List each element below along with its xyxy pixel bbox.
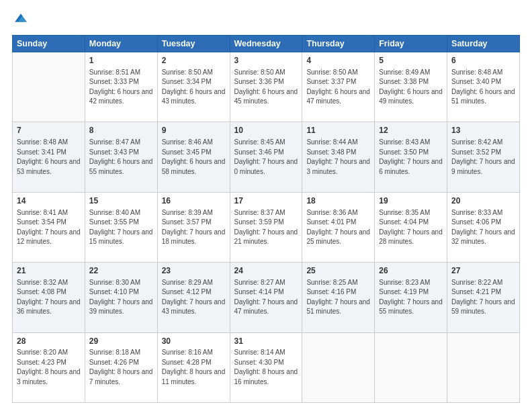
- calendar-cell-w3-d2: 23Sunrise: 8:29 AMSunset: 4:12 PMDayligh…: [157, 263, 230, 332]
- calendar-cell-w2-d1: 15Sunrise: 8:40 AMSunset: 3:55 PMDayligh…: [85, 192, 157, 262]
- day-number: 5: [379, 55, 443, 66]
- calendar-cell-w1-d4: 11Sunrise: 8:44 AMSunset: 3:48 PMDayligh…: [302, 122, 375, 192]
- calendar-cell-w4-d6: [447, 332, 520, 402]
- day-number: 13: [451, 125, 515, 136]
- week-row-2: 14Sunrise: 8:41 AMSunset: 3:54 PMDayligh…: [13, 192, 520, 262]
- day-info: Sunrise: 8:27 AMSunset: 4:14 PMDaylight:…: [234, 278, 298, 317]
- calendar-cell-w3-d3: 24Sunrise: 8:27 AMSunset: 4:14 PMDayligh…: [230, 263, 302, 332]
- day-info: Sunrise: 8:29 AMSunset: 4:12 PMDaylight:…: [162, 278, 226, 317]
- calendar-cell-w3-d4: 25Sunrise: 8:25 AMSunset: 4:16 PMDayligh…: [302, 263, 375, 332]
- day-number: 14: [17, 195, 81, 207]
- calendar-cell-w1-d3: 10Sunrise: 8:45 AMSunset: 3:46 PMDayligh…: [230, 122, 302, 192]
- day-number: 9: [162, 125, 226, 136]
- day-number: 2: [162, 55, 226, 66]
- day-info: Sunrise: 8:42 AMSunset: 3:52 PMDaylight:…: [451, 138, 515, 177]
- calendar-cell-w2-d6: 20Sunrise: 8:33 AMSunset: 4:06 PMDayligh…: [447, 192, 520, 262]
- day-number: 3: [234, 55, 298, 66]
- day-number: 19: [379, 195, 443, 207]
- day-info: Sunrise: 8:22 AMSunset: 4:21 PMDaylight:…: [451, 278, 515, 317]
- week-row-3: 21Sunrise: 8:32 AMSunset: 4:08 PMDayligh…: [13, 263, 520, 332]
- calendar-cell-w3-d1: 22Sunrise: 8:30 AMSunset: 4:10 PMDayligh…: [85, 263, 157, 332]
- logo-icon: [13, 12, 28, 27]
- day-number: 30: [162, 336, 226, 347]
- calendar-cell-w0-d5: 5Sunrise: 8:49 AMSunset: 3:38 PMDaylight…: [375, 52, 447, 122]
- col-header-saturday: Saturday: [447, 36, 520, 52]
- day-number: 24: [234, 265, 298, 277]
- day-number: 17: [234, 195, 298, 207]
- col-header-wednesday: Wednesday: [230, 36, 302, 52]
- day-number: 4: [306, 55, 370, 66]
- header-row: SundayMondayTuesdayWednesdayThursdayFrid…: [13, 36, 520, 52]
- day-info: Sunrise: 8:35 AMSunset: 4:04 PMDaylight:…: [379, 208, 443, 247]
- calendar-cell-w4-d4: [302, 332, 375, 402]
- calendar-cell-w2-d0: 14Sunrise: 8:41 AMSunset: 3:54 PMDayligh…: [13, 192, 85, 262]
- day-number: 28: [17, 336, 81, 347]
- day-info: Sunrise: 8:50 AMSunset: 3:36 PMDaylight:…: [234, 68, 298, 107]
- day-number: 11: [306, 125, 370, 136]
- calendar-cell-w0-d3: 3Sunrise: 8:50 AMSunset: 3:36 PMDaylight…: [230, 52, 302, 122]
- day-info: Sunrise: 8:18 AMSunset: 4:26 PMDaylight:…: [89, 348, 153, 387]
- calendar-cell-w1-d2: 9Sunrise: 8:46 AMSunset: 3:45 PMDaylight…: [157, 122, 230, 192]
- day-number: 25: [306, 265, 370, 277]
- calendar-cell-w4-d5: [375, 332, 447, 402]
- calendar-cell-w0-d0: [13, 52, 85, 122]
- calendar-cell-w4-d2: 30Sunrise: 8:16 AMSunset: 4:28 PMDayligh…: [157, 332, 230, 402]
- day-number: 10: [234, 125, 298, 136]
- calendar-table: SundayMondayTuesdayWednesdayThursdayFrid…: [12, 35, 520, 403]
- day-number: 26: [379, 265, 443, 277]
- day-number: 1: [89, 55, 153, 66]
- calendar-cell-w2-d2: 16Sunrise: 8:39 AMSunset: 3:57 PMDayligh…: [157, 192, 230, 262]
- calendar-cell-w4-d0: 28Sunrise: 8:20 AMSunset: 4:23 PMDayligh…: [13, 332, 85, 402]
- day-info: Sunrise: 8:45 AMSunset: 3:46 PMDaylight:…: [234, 138, 298, 177]
- page: SundayMondayTuesdayWednesdayThursdayFrid…: [0, 0, 532, 411]
- day-info: Sunrise: 8:25 AMSunset: 4:16 PMDaylight:…: [306, 278, 370, 317]
- day-info: Sunrise: 8:16 AMSunset: 4:28 PMDaylight:…: [162, 348, 226, 387]
- calendar-cell-w4-d1: 29Sunrise: 8:18 AMSunset: 4:26 PMDayligh…: [85, 332, 157, 402]
- day-number: 8: [89, 125, 153, 136]
- day-number: 15: [89, 195, 153, 207]
- week-row-4: 28Sunrise: 8:20 AMSunset: 4:23 PMDayligh…: [13, 332, 520, 402]
- day-info: Sunrise: 8:48 AMSunset: 3:41 PMDaylight:…: [17, 138, 81, 177]
- calendar-cell-w0-d1: 1Sunrise: 8:51 AMSunset: 3:33 PMDaylight…: [85, 52, 157, 122]
- day-info: Sunrise: 8:40 AMSunset: 3:55 PMDaylight:…: [89, 208, 153, 247]
- calendar-cell-w1-d6: 13Sunrise: 8:42 AMSunset: 3:52 PMDayligh…: [447, 122, 520, 192]
- day-info: Sunrise: 8:49 AMSunset: 3:38 PMDaylight:…: [379, 68, 443, 107]
- col-header-monday: Monday: [85, 36, 157, 52]
- calendar-cell-w2-d4: 18Sunrise: 8:36 AMSunset: 4:01 PMDayligh…: [302, 192, 375, 262]
- day-number: 6: [451, 55, 515, 66]
- day-info: Sunrise: 8:37 AMSunset: 3:59 PMDaylight:…: [234, 208, 298, 247]
- calendar-cell-w1-d5: 12Sunrise: 8:43 AMSunset: 3:50 PMDayligh…: [375, 122, 447, 192]
- calendar-cell-w0-d2: 2Sunrise: 8:50 AMSunset: 3:34 PMDaylight…: [157, 52, 230, 122]
- calendar-cell-w1-d0: 7Sunrise: 8:48 AMSunset: 3:41 PMDaylight…: [13, 122, 85, 192]
- day-number: 23: [162, 265, 226, 277]
- day-info: Sunrise: 8:39 AMSunset: 3:57 PMDaylight:…: [162, 208, 226, 247]
- week-row-1: 7Sunrise: 8:48 AMSunset: 3:41 PMDaylight…: [13, 122, 520, 192]
- day-info: Sunrise: 8:30 AMSunset: 4:10 PMDaylight:…: [89, 278, 153, 317]
- logo: [12, 12, 28, 30]
- day-number: 12: [379, 125, 443, 136]
- calendar-cell-w3-d6: 27Sunrise: 8:22 AMSunset: 4:21 PMDayligh…: [447, 263, 520, 332]
- day-number: 27: [451, 265, 515, 277]
- header: [12, 12, 520, 30]
- day-info: Sunrise: 8:33 AMSunset: 4:06 PMDaylight:…: [451, 208, 515, 247]
- day-number: 22: [89, 265, 153, 277]
- day-info: Sunrise: 8:44 AMSunset: 3:48 PMDaylight:…: [306, 138, 370, 177]
- calendar-cell-w0-d4: 4Sunrise: 8:50 AMSunset: 3:37 PMDaylight…: [302, 52, 375, 122]
- day-info: Sunrise: 8:32 AMSunset: 4:08 PMDaylight:…: [17, 278, 81, 317]
- day-number: 29: [89, 336, 153, 347]
- day-info: Sunrise: 8:50 AMSunset: 3:34 PMDaylight:…: [162, 68, 226, 107]
- day-number: 16: [162, 195, 226, 207]
- col-header-thursday: Thursday: [302, 36, 375, 52]
- day-info: Sunrise: 8:48 AMSunset: 3:40 PMDaylight:…: [451, 68, 515, 107]
- calendar-cell-w2-d3: 17Sunrise: 8:37 AMSunset: 3:59 PMDayligh…: [230, 192, 302, 262]
- day-info: Sunrise: 8:23 AMSunset: 4:19 PMDaylight:…: [379, 278, 443, 317]
- calendar-cell-w0-d6: 6Sunrise: 8:48 AMSunset: 3:40 PMDaylight…: [447, 52, 520, 122]
- day-number: 7: [17, 125, 81, 136]
- day-info: Sunrise: 8:51 AMSunset: 3:33 PMDaylight:…: [89, 68, 153, 107]
- week-row-0: 1Sunrise: 8:51 AMSunset: 3:33 PMDaylight…: [13, 52, 520, 122]
- day-info: Sunrise: 8:36 AMSunset: 4:01 PMDaylight:…: [306, 208, 370, 247]
- day-number: 20: [451, 195, 515, 207]
- calendar-cell-w3-d5: 26Sunrise: 8:23 AMSunset: 4:19 PMDayligh…: [375, 263, 447, 332]
- col-header-sunday: Sunday: [13, 36, 85, 52]
- day-info: Sunrise: 8:20 AMSunset: 4:23 PMDaylight:…: [17, 348, 81, 387]
